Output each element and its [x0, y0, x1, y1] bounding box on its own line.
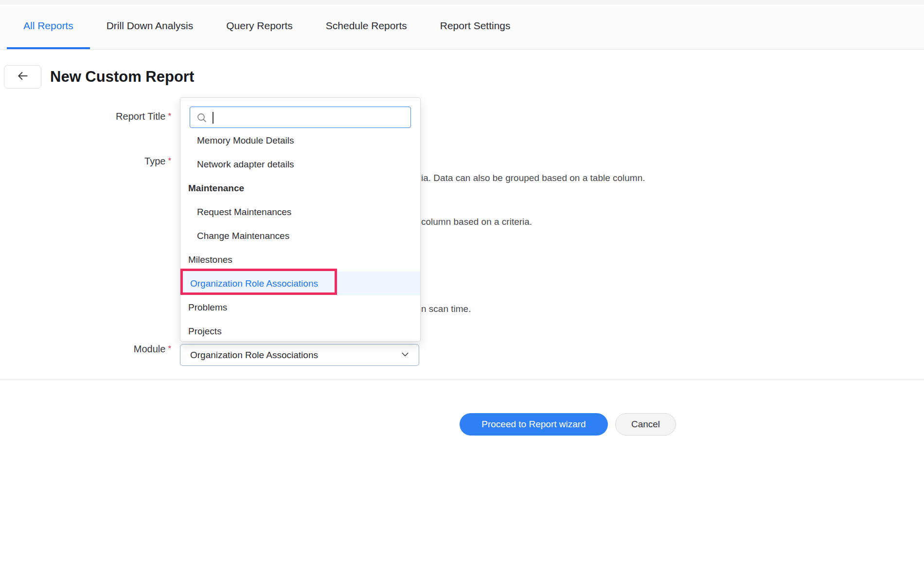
cancel-button[interactable]: Cancel [615, 413, 676, 436]
tab-all-reports[interactable]: All Reports [7, 4, 90, 49]
required-marker: * [168, 111, 171, 121]
left-arrow-icon [17, 70, 29, 84]
dropdown-search [190, 107, 411, 128]
module-dropdown-panel: Memory Module Details Network adapter de… [180, 97, 421, 342]
dropdown-item-problems[interactable]: Problems [180, 295, 420, 319]
module-select-value: Organization Role Associations [190, 350, 400, 361]
type-description-fragment: ia. Data can also be grouped based on a … [421, 173, 645, 183]
module-select[interactable]: Organization Role Associations [180, 344, 419, 366]
new-custom-report-screen: All Reports Drill Down Analysis Query Re… [0, 0, 924, 582]
module-label: Module* [134, 344, 171, 355]
chevron-down-icon [400, 349, 410, 361]
dropdown-search-input[interactable] [190, 107, 410, 127]
top-strip [0, 0, 924, 4]
page-title: New Custom Report [50, 68, 194, 86]
dropdown-item-list: Memory Module Details Network adapter de… [180, 128, 420, 343]
dropdown-item-change-maintenances[interactable]: Change Maintenances [180, 224, 420, 248]
back-button[interactable] [4, 65, 41, 89]
tab-report-settings[interactable]: Report Settings [424, 4, 527, 49]
type-description-fragment: n scan time. [421, 304, 471, 314]
tab-query-reports[interactable]: Query Reports [210, 4, 309, 49]
footer-divider [0, 380, 924, 380]
dropdown-item-memory-module-details[interactable]: Memory Module Details [180, 128, 420, 152]
dropdown-item-milestones[interactable]: Milestones [180, 248, 420, 272]
dropdown-item-network-adapter-details[interactable]: Network adapter details [180, 152, 420, 176]
required-marker: * [168, 344, 171, 353]
type-label: Type* [144, 156, 171, 167]
dropdown-item-projects[interactable]: Projects [180, 319, 420, 343]
proceed-to-report-wizard-button[interactable]: Proceed to Report wizard [460, 413, 608, 436]
reports-tab-bar: All Reports Drill Down Analysis Query Re… [0, 4, 924, 50]
required-marker: * [168, 156, 171, 165]
dropdown-item-request-maintenances[interactable]: Request Maintenances [180, 200, 420, 224]
tab-drill-down-analysis[interactable]: Drill Down Analysis [90, 4, 210, 49]
tab-schedule-reports[interactable]: Schedule Reports [309, 4, 424, 49]
type-description-fragment: column based on a criteria. [421, 217, 532, 227]
dropdown-group-maintenance: Maintenance [180, 176, 420, 200]
dropdown-item-organization-role-associations[interactable]: Organization Role Associations [180, 272, 420, 295]
report-title-label: Report Title* [116, 111, 171, 122]
